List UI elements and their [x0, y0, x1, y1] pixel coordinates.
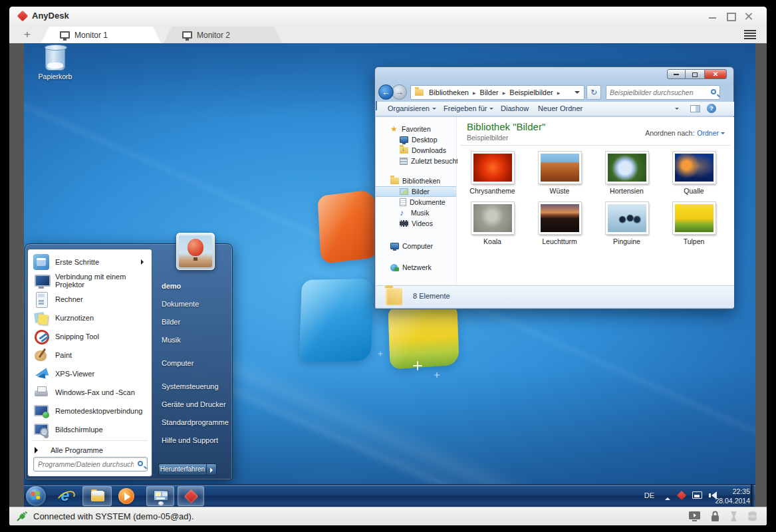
- explorer-search-input[interactable]: [610, 86, 708, 98]
- arrange-by: Anordnen nach:Ordner: [645, 129, 725, 137]
- shutdown-options-arrow[interactable]: [206, 464, 217, 475]
- explorer-search[interactable]: [606, 85, 720, 100]
- arrange-value-link[interactable]: Ordner: [697, 129, 719, 137]
- preview-pane-icon[interactable]: [690, 105, 700, 112]
- remote-viewport: Papierkorb ✕ ← → Bibliotheken Bilder B: [9, 43, 767, 507]
- share-menu[interactable]: Freigeben für: [444, 104, 493, 112]
- file-hortensien[interactable]: Hortensien: [593, 152, 660, 195]
- user-avatar[interactable]: [176, 233, 215, 270]
- menu-item-geraete-drucker[interactable]: Geräte und Drucker: [152, 395, 231, 413]
- breadcrumb-dropdown-icon[interactable]: [575, 91, 580, 96]
- lock-icon[interactable]: [710, 511, 720, 522]
- database-icon[interactable]: [747, 511, 757, 522]
- menu-item-xps-viewer[interactable]: XPS-Viewer: [28, 364, 152, 383]
- language-indicator[interactable]: DE: [644, 491, 654, 499]
- new-folder-button[interactable]: Neuer Ordner: [538, 104, 582, 112]
- breadcrumb-beispielbilder[interactable]: Beispielbilder: [507, 88, 562, 96]
- sidebar-item-bibliotheken[interactable]: Bibliotheken: [376, 176, 456, 186]
- breadcrumb-bilder[interactable]: Bilder: [478, 88, 508, 96]
- calculator-icon: [33, 291, 49, 307]
- file-koala[interactable]: Koala: [459, 202, 526, 245]
- file-tulpen[interactable]: Tulpen: [660, 202, 727, 245]
- close-button[interactable]: [744, 12, 753, 20]
- menu-item-musik[interactable]: Musik: [152, 331, 231, 348]
- file-qualle[interactable]: Qualle: [660, 152, 727, 195]
- start-search[interactable]: [33, 457, 148, 471]
- monitor-play-icon[interactable]: [688, 511, 701, 522]
- sidebar-item-downloads[interactable]: Downloads: [376, 145, 456, 156]
- file-chrysantheme[interactable]: Chrysantheme: [459, 152, 526, 195]
- slideshow-button[interactable]: Diashow: [501, 104, 529, 112]
- media-player-icon[interactable]: [118, 488, 134, 504]
- sidebar-item-favoriten[interactable]: Favoriten: [376, 124, 456, 134]
- all-programs[interactable]: Alle Programme: [28, 442, 152, 458]
- menu-item-bilder[interactable]: Bilder: [152, 313, 231, 331]
- views-dropdown-icon[interactable]: [675, 108, 679, 112]
- arrange-dropdown-icon[interactable]: [721, 132, 725, 136]
- new-tab-button[interactable]: +: [20, 27, 35, 42]
- views-icon[interactable]: [376, 101, 377, 110]
- menu-item-demo-user[interactable]: demo: [152, 277, 231, 295]
- monitor-icon: [182, 31, 192, 39]
- menu-item-erste-schritte[interactable]: Erste Schritte: [28, 253, 152, 271]
- menu-item-snipping-tool[interactable]: Snipping Tool: [28, 327, 152, 346]
- remote-desktop[interactable]: Papierkorb ✕ ← → Bibliotheken Bilder B: [24, 43, 755, 507]
- avatar-photo: [179, 235, 212, 267]
- menu-item-kurznotizen[interactable]: Kurznotizen: [28, 309, 152, 327]
- menu-item-hilfe-support[interactable]: Hilfe und Support: [152, 431, 231, 449]
- file-grid: Chrysantheme Wüste Hortensien Qualle Koa…: [459, 152, 731, 245]
- tab-monitor-2[interactable]: Monitor 2: [164, 27, 282, 43]
- show-desktop-button[interactable]: [751, 485, 755, 507]
- menu-item-remotedesktop[interactable]: Remotedesktopverbindung: [28, 402, 152, 420]
- sidebar-item-desktop[interactable]: Desktop: [376, 134, 456, 145]
- menu-item-computer[interactable]: Computer: [152, 354, 231, 372]
- sidebar-item-musik[interactable]: Musik: [376, 207, 456, 218]
- sidebar-item-netzwerk[interactable]: Netzwerk: [376, 262, 456, 273]
- organize-menu[interactable]: Organisieren: [388, 104, 436, 112]
- refresh-button[interactable]: ↻: [586, 85, 601, 100]
- help-icon[interactable]: ?: [707, 104, 716, 113]
- file-leuchtturm[interactable]: Leuchtturm: [526, 202, 593, 245]
- sidebar-item-recent[interactable]: Zuletzt besucht: [376, 156, 456, 166]
- menu-item-bildschirmlupe[interactable]: Bildschirmlupe: [28, 420, 152, 439]
- breadcrumb[interactable]: Bibliotheken Bilder Beispielbilder: [410, 85, 584, 100]
- tray-expand-icon[interactable]: [665, 495, 670, 500]
- sidebar-item-dokumente[interactable]: Dokumente: [376, 197, 456, 207]
- minimize-button[interactable]: [708, 12, 717, 20]
- hamburger-menu-icon[interactable]: [744, 29, 757, 39]
- start-search-input[interactable]: [38, 458, 134, 470]
- menu-item-rechner[interactable]: Rechner: [28, 290, 152, 309]
- file-pinguine[interactable]: Pinguine: [593, 202, 660, 245]
- explorer-maximize-button[interactable]: [686, 69, 704, 79]
- back-button[interactable]: ←: [378, 84, 394, 100]
- menu-item-fax-scan[interactable]: Windows-Fax und -Scan: [28, 383, 152, 402]
- menu-item-standardprogramme[interactable]: Standardprogramme: [152, 413, 231, 431]
- menu-item-projektor[interactable]: Verbindung mit einem Projektor: [28, 271, 152, 290]
- file-wueste[interactable]: Wüste: [526, 152, 593, 195]
- tab-monitor-1[interactable]: Monitor 1: [41, 27, 161, 43]
- explorer-minimize-button[interactable]: [667, 69, 686, 79]
- anydesk-tray-icon[interactable]: [677, 491, 686, 500]
- breadcrumb-bibliotheken[interactable]: Bibliotheken: [427, 88, 478, 96]
- maximize-button[interactable]: [725, 12, 735, 20]
- sidebar-item-computer[interactable]: Computer: [376, 241, 456, 251]
- windows-logo-orange-pane: [318, 190, 378, 264]
- app-window-taskbar-button[interactable]: [146, 486, 174, 506]
- shutdown-button[interactable]: Herunterfahren: [158, 464, 217, 475]
- divider: [460, 145, 730, 146]
- menu-item-paint[interactable]: Paint: [28, 346, 152, 364]
- sidebar-item-videos[interactable]: Videos: [376, 218, 456, 229]
- sidebar-item-bilder[interactable]: Bilder: [376, 186, 456, 197]
- menu-item-systemsteuerung[interactable]: Systemsteuerung: [152, 377, 231, 395]
- recycle-bin[interactable]: Papierkorb: [33, 47, 77, 80]
- hourglass-icon[interactable]: [729, 511, 738, 522]
- start-button[interactable]: [26, 486, 46, 506]
- anydesk-taskbar-button[interactable]: [178, 486, 204, 506]
- network-tray-icon[interactable]: [692, 491, 702, 499]
- menu-item-dokumente[interactable]: Dokumente: [152, 295, 231, 313]
- explorer-taskbar-button[interactable]: [82, 486, 112, 506]
- forward-button[interactable]: →: [392, 84, 407, 100]
- clock[interactable]: 22:35 28.04.2014: [715, 487, 750, 505]
- explorer-close-button[interactable]: ✕: [704, 69, 727, 79]
- internet-explorer-icon[interactable]: e: [57, 487, 74, 505]
